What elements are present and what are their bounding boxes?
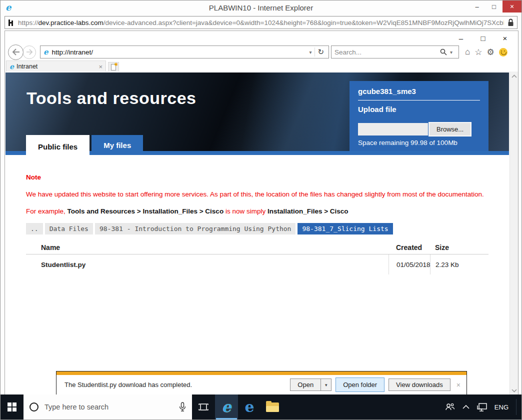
header-name: Name [26,244,388,252]
breadcrumb-up[interactable]: .. [26,223,43,234]
note-heading: Note [26,174,41,181]
outer-window-controls: – □ × [468,0,522,12]
taskbar-search-placeholder: Type here to search [44,403,179,411]
download-notification-bar: The Studentlist.py download has complete… [56,371,467,395]
remote-session-window: e PLABWIN10 - Internet Explorer – □ × ht… [0,0,522,420]
note-text: We have updated this website to start of… [26,190,484,198]
breadcrumb-data-files[interactable]: Data Files [45,223,93,234]
file-tabs: Public files My files [26,135,143,158]
url-scheme: https:// [18,19,38,26]
username-label: gcube381_sme3 [358,87,480,100]
table-row[interactable]: Studentlist.py 01/05/2018 2.23 Kb [26,254,488,274]
file-table: Name Created Size Studentlist.py 01/05/2… [26,240,488,274]
view-downloads-button[interactable]: View downloads [388,378,450,391]
feedback-smiley-icon[interactable] [499,48,508,56]
taskbar-ie-button[interactable]: e [215,394,238,420]
taskbar-search-box[interactable]: Type here to search [24,394,192,420]
language-indicator[interactable]: ENG [494,404,508,411]
taskbar-file-explorer-button[interactable] [261,394,284,420]
header-created: Created [388,244,430,252]
tab-close-icon[interactable]: × [98,63,102,70]
notification-close-icon[interactable]: × [456,381,460,389]
new-tab-button[interactable]: ✱ [108,62,119,72]
address-text: http://intranet/ [52,48,306,56]
search-dropdown-icon[interactable]: ▾ [447,50,456,55]
open-folder-button[interactable]: Open folder [336,378,384,392]
page-favicon-icon: e [44,48,48,56]
download-message: The Studentlist.py download has complete… [64,381,290,388]
ie-logo-icon: e [6,3,11,12]
page-content: Tools and resources gcube381_sme3 Upload… [5,72,518,396]
edge-icon: e [244,400,254,414]
file-created: 01/05/2018 [388,254,430,274]
outer-address-bar[interactable]: https://dev.practice-labs.com/device-adv… [4,16,518,29]
open-dropdown-icon[interactable]: ▾ [321,378,332,391]
browse-button[interactable]: Browse... [428,122,472,136]
vertical-scrollbar[interactable] [510,72,518,396]
url-domain: dev.practice-labs.com [38,19,104,26]
outer-titlebar: e PLABWIN10 - Internet Explorer – □ × [0,0,522,14]
search-placeholder: Search... [334,48,440,56]
people-icon[interactable] [445,403,455,411]
settings-gear-icon[interactable]: ⚙ [487,47,494,58]
space-remaining-label: Space remaining 99.98 of 100Mb [358,139,458,146]
url-path: /device-advanced.aspx?client=java&device… [104,19,518,26]
home-icon[interactable]: ⌂ [465,47,470,57]
ie-navigation-bar: e http://intranet/ ▾ ↻ Search... ▾ ⌂ ☆ ⚙ [5,44,518,60]
task-view-icon [198,403,209,411]
scroll-down-icon[interactable] [512,389,517,392]
file-explorer-icon [266,402,279,412]
ie-restore-button[interactable]: □ [472,32,494,44]
search-icon[interactable] [440,48,447,56]
cortana-circle-icon [30,402,38,412]
window-title: PLABWIN10 - Internet Explorer [0,4,522,12]
ie-tab-bar: e Intranet × ✱ [5,60,518,72]
open-button[interactable]: Open [290,378,321,391]
windows-logo-icon [8,402,16,412]
tab-my-files[interactable]: My files [92,135,143,155]
site-favicon-icon [8,19,14,26]
breadcrumb-course[interactable]: 98-381 - Introduction to Programming Usi… [95,223,296,234]
maximize-button[interactable]: □ [486,0,502,12]
ie-close-button[interactable]: × [494,32,516,44]
back-button[interactable] [8,44,24,60]
search-box[interactable]: Search... ▾ [331,46,459,58]
favorites-star-icon[interactable]: ☆ [474,47,482,58]
address-bar[interactable]: e http://intranet/ ▾ ↻ [40,46,329,58]
close-button[interactable]: × [502,0,522,12]
breadcrumb-current: 98-381_7_Slicing Lists [298,223,392,234]
scroll-up-icon[interactable] [512,74,517,78]
upload-file-input[interactable] [358,123,428,136]
file-size: 2.23 Kb [430,254,488,274]
minimize-button[interactable]: – [468,0,486,12]
page-title: Tools and resources [26,88,196,108]
refresh-icon[interactable]: ↻ [315,48,326,56]
header-size: Size [430,244,488,252]
taskbar: Type here to search e e [0,394,522,420]
outer-url-row: https://dev.practice-labs.com/device-adv… [0,15,522,30]
show-hidden-icons-chevron[interactable] [462,405,470,409]
new-tab-spark-icon: ✱ [114,62,118,67]
note-example: For example, Tools and Resources > Insta… [26,208,348,215]
taskbar-edge-button[interactable]: e [238,394,261,420]
ie-taskbar-icon: e [222,400,231,414]
ssl-lock-icon [504,16,517,28]
address-dropdown-icon[interactable]: ▾ [306,50,314,55]
upload-file-heading: Upload file [358,105,480,114]
forward-button[interactable] [22,46,36,59]
notification-accent-strip [56,372,466,375]
microphone-icon[interactable] [179,402,186,412]
ie-window: – □ × e http://intranet/ ▾ ↻ Search... [4,30,518,396]
ie-minimize-button[interactable]: – [450,32,472,44]
task-view-button[interactable] [192,394,215,420]
tray-display-icon[interactable] [477,403,487,412]
breadcrumb: .. Data Files 98-381 - Introduction to P… [26,223,393,234]
table-header: Name Created Size [26,240,488,254]
upload-panel: gcube381_sme3 Upload file Browse... Spac… [350,81,488,151]
tab-intranet[interactable]: e Intranet × [6,60,106,72]
file-name[interactable]: Studentlist.py [26,261,388,268]
ie-window-controls: – □ × [450,32,516,45]
tab-public-files[interactable]: Public files [26,135,90,158]
tab-title: Intranet [16,63,98,70]
start-button[interactable] [0,394,24,420]
